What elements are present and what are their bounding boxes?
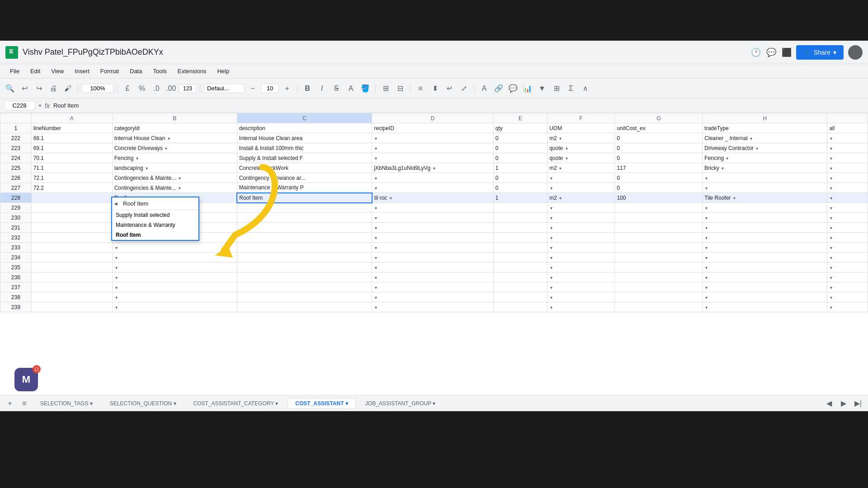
cell-225g[interactable]: 117 (615, 163, 703, 173)
cell-222b[interactable]: Internal House Clean ▾ (112, 133, 237, 143)
tab-cost-assistant-category[interactable]: COST_ASSISTANT_CATEGORY ▾ (186, 398, 286, 409)
cell-229d[interactable]: ▾ (372, 203, 494, 213)
cell-233d[interactable]: ▾ (372, 243, 494, 253)
cell-223b[interactable]: Concrete Driveways ▾ (112, 143, 237, 153)
cell-226a[interactable]: 72.1 (31, 173, 112, 183)
cell-238a[interactable] (31, 292, 112, 302)
cell-238d[interactable]: ▾ (372, 292, 494, 302)
text-color2-icon[interactable]: A (478, 82, 491, 95)
cell-231a[interactable] (31, 223, 112, 233)
cell-237g[interactable] (615, 282, 703, 292)
cell-238g[interactable] (615, 292, 703, 302)
cell-230d[interactable]: ▾ (372, 213, 494, 223)
cell-239b[interactable]: ▾ (112, 302, 237, 312)
chart-icon[interactable]: 📊 (521, 82, 534, 95)
print-icon[interactable]: 🖨 (47, 82, 60, 95)
cell-226b[interactable]: Contingencies & Mainte... ▾ (112, 173, 237, 183)
decimal-dec-icon[interactable]: .0 (150, 82, 163, 95)
cell-235g[interactable] (615, 263, 703, 272)
cell-226e[interactable]: 0 (493, 173, 547, 183)
cell-225h[interactable]: Bricky ▾ (703, 163, 827, 173)
cell-225a[interactable]: 71.1 (31, 163, 112, 173)
text-color-icon[interactable]: A (344, 82, 357, 95)
menu-tools[interactable]: Tools (148, 66, 171, 76)
cell-233i[interactable]: ▾ (827, 243, 868, 253)
cell-228e[interactable]: 1 (493, 193, 547, 203)
cell-232f[interactable]: ▾ (547, 233, 615, 243)
cell-227e[interactable]: 0 (493, 183, 547, 193)
cell-228f[interactable]: m2 ▾ (547, 193, 615, 203)
cell-234g[interactable] (615, 253, 703, 263)
cell-232g[interactable] (615, 233, 703, 243)
menu-file[interactable]: File (5, 66, 24, 76)
menu-edit[interactable]: Edit (26, 66, 45, 76)
redo-icon[interactable]: ↪ (33, 82, 45, 95)
strikethrough-icon[interactable]: S (330, 82, 343, 95)
cell-239f[interactable]: ▾ (547, 302, 615, 312)
cell-223h[interactable]: Driveway Contractor ▾ (703, 143, 827, 153)
cell-237a[interactable] (31, 282, 112, 292)
cell-224e[interactable]: 0 (493, 153, 547, 163)
cell-236c[interactable] (237, 272, 372, 282)
cell-236d[interactable]: ▾ (372, 272, 494, 282)
cell-233b[interactable]: ▾ (112, 243, 237, 253)
cell-235h[interactable]: ▾ (703, 263, 827, 272)
percent-icon[interactable]: % (136, 82, 148, 95)
notification-app-icon[interactable]: M 11 (14, 368, 38, 391)
cell-235f[interactable]: ▾ (547, 263, 615, 272)
cell-dropdown-popup[interactable]: ◀ Supply Install selected Maintenance & … (111, 197, 199, 241)
cell-229g[interactable] (615, 203, 703, 213)
cell-239d[interactable]: ▾ (372, 302, 494, 312)
cell-239i[interactable]: ▾ (827, 302, 868, 312)
cell-224h[interactable]: Fencing ▾ (703, 153, 827, 163)
cell-236g[interactable] (615, 272, 703, 282)
cell-234b[interactable]: ▾ (112, 253, 237, 263)
menu-insert[interactable]: Insert (70, 66, 94, 76)
cell-229i[interactable]: ▾ (827, 203, 868, 213)
merge-cells-icon[interactable]: ⊟ (394, 82, 406, 95)
cell-226g[interactable]: 0 (615, 173, 703, 183)
cell-223c[interactable]: Install & Install 100mm thic (237, 143, 372, 153)
cell-230i[interactable]: ▾ (827, 213, 868, 223)
cell-231e[interactable] (493, 223, 547, 233)
cell-227g[interactable]: 0 (615, 183, 703, 193)
col-header-f[interactable]: F (547, 113, 615, 123)
cell-236h[interactable]: ▾ (703, 272, 827, 282)
cell-239a[interactable] (31, 302, 112, 312)
wrap-icon[interactable]: ↵ (443, 82, 456, 95)
cell-226h[interactable]: ▾ (703, 173, 827, 183)
dropdown-option-3[interactable]: Roof Item (112, 230, 198, 240)
cell-234i[interactable]: ▾ (827, 253, 868, 263)
rotate-icon[interactable]: ⤢ (458, 82, 470, 95)
cell-234e[interactable] (493, 253, 547, 263)
sigma-icon[interactable]: Σ (565, 82, 577, 95)
tab-job-assistant-group[interactable]: JOB_ASSISTANT_GROUP ▾ (358, 398, 443, 409)
cell-224a[interactable]: 70.1 (31, 153, 112, 163)
cell-237i[interactable]: ▾ (827, 282, 868, 292)
cell-234f[interactable]: ▾ (547, 253, 615, 263)
italic-icon[interactable]: I (316, 82, 328, 95)
cell-233h[interactable]: ▾ (703, 243, 827, 253)
cell-232c[interactable] (237, 233, 372, 243)
cell-232a[interactable] (31, 233, 112, 243)
cell-231c[interactable] (237, 223, 372, 233)
cell-227b[interactable]: Contingencies & Mainte... ▾ (112, 183, 237, 193)
cell-232e[interactable] (493, 233, 547, 243)
cell-227a[interactable]: 72.2 (31, 183, 112, 193)
cell-239g[interactable] (615, 302, 703, 312)
undo-icon[interactable]: ↩ (18, 82, 31, 95)
cell-230f[interactable]: ▾ (547, 213, 615, 223)
cell-222g[interactable]: 0 (615, 133, 703, 143)
cell-230h[interactable]: ▾ (703, 213, 827, 223)
history-icon[interactable]: 🕐 (751, 47, 761, 57)
cell-233g[interactable] (615, 243, 703, 253)
col-header-d[interactable]: D (372, 113, 494, 123)
cell-223e[interactable]: 0 (493, 143, 547, 153)
col-header-c[interactable]: C (237, 113, 372, 123)
cell-234c[interactable] (237, 253, 372, 263)
cell-231h[interactable]: ▾ (703, 223, 827, 233)
tab-scroll-right[interactable]: ▶ (837, 397, 850, 410)
cell-234a[interactable] (31, 253, 112, 263)
bold-icon[interactable]: B (301, 82, 314, 95)
cell-233e[interactable] (493, 243, 547, 253)
